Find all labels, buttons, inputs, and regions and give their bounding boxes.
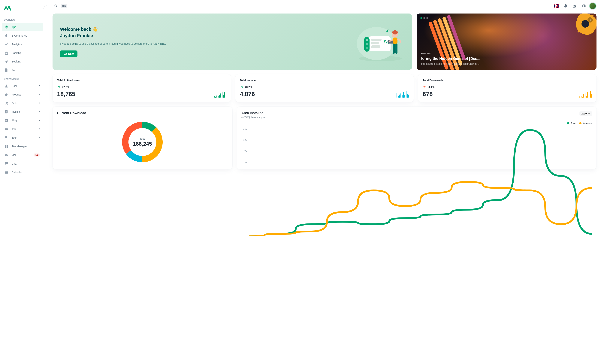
nav-label: User xyxy=(12,84,38,88)
analytics-icon xyxy=(4,42,9,47)
sidebar-collapse-button[interactable] xyxy=(43,4,47,9)
stat-card: Total Downloads-0.1%678 xyxy=(418,74,596,102)
user-avatar[interactable] xyxy=(589,2,596,10)
bank-icon xyxy=(4,51,9,55)
trend-down-icon xyxy=(423,85,426,89)
svg-point-16 xyxy=(574,5,575,6)
svg-point-25 xyxy=(366,39,368,41)
product-icon xyxy=(4,92,9,97)
svg-point-2 xyxy=(5,44,6,44)
svg-point-4 xyxy=(6,85,7,86)
svg-rect-30 xyxy=(393,44,395,54)
featured-app-card[interactable]: RED APP loring the Hidden Gems of [Des..… xyxy=(417,13,596,70)
contacts-button[interactable] xyxy=(571,2,579,10)
nav-label: File Manager xyxy=(12,145,41,148)
sidebar-item-analytics[interactable]: Analytics xyxy=(2,40,43,48)
sidebar-item-e-commerce[interactable]: E-Commerce xyxy=(2,32,43,40)
dashboard-icon xyxy=(4,25,9,29)
sidebar-item-booking[interactable]: Booking xyxy=(2,57,43,66)
trend-up-icon xyxy=(240,85,244,89)
go-now-button[interactable]: Go Now xyxy=(60,50,77,57)
carousel-dots[interactable] xyxy=(420,17,428,19)
stat-card: Total Installed+0.2%4,876 xyxy=(235,74,414,102)
sidebar: OverviewAppE-CommerceAnalyticsBankingBoo… xyxy=(0,0,45,364)
nav-label: Order xyxy=(12,102,38,105)
svg-point-26 xyxy=(366,43,368,45)
sidebar-item-blog[interactable]: Blog xyxy=(2,116,43,125)
notifications-button[interactable] xyxy=(562,2,569,10)
chart-title: Current Download xyxy=(57,111,228,115)
nav-label: Chat xyxy=(12,162,41,165)
logo[interactable] xyxy=(0,3,45,16)
job-icon xyxy=(4,127,9,131)
nav-label: Tour xyxy=(12,136,38,139)
chevron-right-icon xyxy=(38,128,41,131)
sidebar-item-calendar[interactable]: Calendar xyxy=(2,168,43,176)
user-icon xyxy=(4,84,9,88)
svg-rect-21 xyxy=(371,39,381,41)
order-icon xyxy=(4,101,9,105)
nav-label: Booking xyxy=(12,60,41,63)
sidebar-item-file-manager[interactable]: File Manager xyxy=(2,142,43,151)
sidebar-item-job[interactable]: Job xyxy=(2,125,43,133)
mail-icon xyxy=(4,153,9,157)
sidebar-item-tour[interactable]: Tour xyxy=(2,134,43,142)
sidebar-item-product[interactable]: Product xyxy=(2,90,43,99)
chart-subtitle: (+43%) than last year xyxy=(241,116,266,119)
topbar: ⌘K xyxy=(45,0,604,12)
cart-icon xyxy=(4,33,9,38)
stat-value: 18,765 xyxy=(57,91,80,98)
language-button[interactable] xyxy=(553,2,560,10)
sparkline xyxy=(579,90,592,98)
calendar-icon xyxy=(4,170,9,175)
sidebar-item-banking[interactable]: Banking xyxy=(2,49,43,57)
section-label: Management xyxy=(0,75,45,81)
stat-label: Total Downloads xyxy=(423,79,443,82)
donut-chart: Total 188,245 xyxy=(120,120,165,164)
nav-label: Job xyxy=(12,128,38,131)
sidebar-item-invoice[interactable]: $Invoice xyxy=(2,108,43,116)
flag-uk-icon xyxy=(554,4,559,8)
nav-badge: +32 xyxy=(34,153,39,156)
legend-item: Asia xyxy=(567,122,576,125)
svg-rect-12 xyxy=(7,145,8,148)
svg-point-35 xyxy=(592,15,593,16)
legend-item: America xyxy=(579,122,592,125)
search-button[interactable] xyxy=(52,3,59,9)
sidebar-item-app[interactable]: App xyxy=(2,23,43,31)
sidebar-item-chat[interactable]: Chat xyxy=(2,160,43,168)
svg-rect-10 xyxy=(5,128,8,130)
chevron-right-icon xyxy=(38,102,41,105)
sidebar-item-user[interactable]: User xyxy=(2,82,43,90)
year-select[interactable]: 2019 xyxy=(579,111,592,116)
trend-up-icon xyxy=(57,85,61,89)
nav-label: App xyxy=(12,25,41,28)
stat-label: Total Installed xyxy=(240,79,257,82)
svg-point-3 xyxy=(6,44,7,45)
sidebar-item-order[interactable]: Order xyxy=(2,99,43,107)
featured-title: loring the Hidden Gems of [Des... xyxy=(421,56,592,61)
chevron-right-icon xyxy=(38,93,41,96)
legend-dot xyxy=(579,122,581,125)
welcome-title: Welcome back 👋 Jaydon Frankie xyxy=(60,26,351,39)
carousel-prev-button[interactable] xyxy=(588,17,593,23)
chevron-right-icon xyxy=(38,136,41,139)
sparkline xyxy=(397,90,409,98)
sparkline xyxy=(214,90,226,98)
nav-label: Blog xyxy=(12,119,38,122)
tour-icon xyxy=(4,136,9,140)
nav-label: Invoice xyxy=(12,110,38,113)
chevron-right-icon xyxy=(38,84,41,88)
filemanager-icon xyxy=(4,144,9,149)
sidebar-item-mail[interactable]: Mail+32 xyxy=(2,151,43,159)
sidebar-item-file[interactable]: File xyxy=(2,66,43,74)
stat-value: 678 xyxy=(423,91,443,98)
settings-button[interactable] xyxy=(580,2,588,10)
nav-label: Calendar xyxy=(12,171,41,174)
nav-label: Analytics xyxy=(12,43,41,46)
stat-trend: +0.2% xyxy=(240,85,257,89)
svg-rect-11 xyxy=(5,145,6,148)
welcome-description: If you are going to use a passage of Lor… xyxy=(60,42,351,46)
stat-trend: -0.1% xyxy=(423,85,443,89)
svg-rect-9 xyxy=(5,120,7,121)
